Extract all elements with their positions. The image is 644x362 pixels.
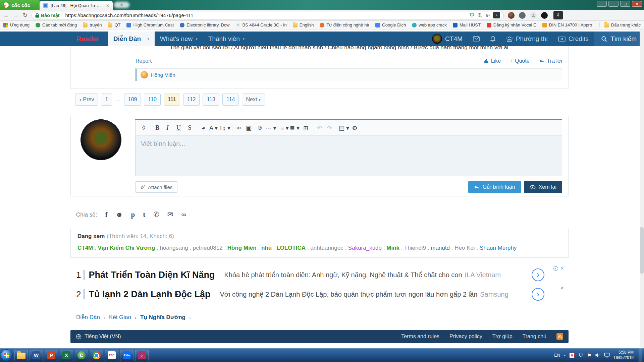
browser-tab[interactable]: [Lầu 49] - Hội Quán Tư Vấ ✕ [40, 1, 113, 10]
member-link[interactable]: CT4M [77, 245, 93, 251]
show-desktop-button[interactable] [639, 348, 642, 362]
bookmark-item[interactable]: BS 4844 Grade 3C - In [236, 22, 287, 27]
new-tab-button[interactable]: + [113, 0, 132, 10]
shop-button[interactable]: Phường thị [501, 32, 553, 46]
footer-link[interactable]: Trợ giúp [492, 334, 513, 340]
volume-muted-icon[interactable] [595, 353, 600, 358]
security-badge[interactable]: Bảo mật [35, 13, 59, 18]
bookmark-item[interactable]: QT [108, 22, 120, 27]
navbar-tab[interactable]: Diễn Đàn ▾ [108, 32, 155, 46]
address-bar[interactable]: Bảo mật https://bachngocsach.com/forum/t… [32, 11, 504, 19]
ad-headline[interactable]: Tủ lạnh 2 Dàn Lạnh Độc Lập [89, 289, 210, 300]
breadcrumb-link[interactable]: Tụ Nghĩa Đường [135, 314, 185, 321]
bookmark-item[interactable]: DIN EN 14700 | Appro [542, 22, 592, 27]
member-link[interactable]: manutd [428, 245, 450, 251]
member-link[interactable]: anhtuanngoc [307, 245, 343, 251]
list-icon[interactable]: ≣ ▾ [289, 124, 300, 132]
vietnamese-input-icon[interactable]: à+ [485, 13, 490, 18]
alerts-button[interactable] [485, 32, 501, 46]
rss-button[interactable] [556, 333, 563, 340]
facebook-icon[interactable]: f [105, 210, 107, 219]
other-bookmarks-button[interactable]: Dấu trang khác [599, 22, 641, 27]
bookmark-item[interactable]: Mail HUST [453, 22, 481, 27]
bookmark-item[interactable]: truyện [83, 22, 102, 27]
navbar-tab[interactable]: Thành viên ▾ [203, 32, 250, 46]
search-button[interactable]: Tìm kiếm [594, 32, 644, 46]
font-size-icon[interactable]: T↕ ▾ [219, 124, 230, 132]
media-app-icon[interactable]: ♪ [135, 350, 149, 361]
bookmark-item[interactable]: High Chromium Cast [126, 22, 174, 27]
tumblr-icon[interactable]: t [143, 210, 145, 219]
emoji-icon[interactable]: ☺ [254, 124, 265, 131]
member-link[interactable]: Vạn Kiếm Chi Vương [95, 245, 155, 251]
table-icon[interactable]: ⊞ [300, 124, 311, 132]
member-link[interactable]: Hồng Miên [224, 245, 256, 251]
link-icon[interactable]: ∞ [232, 124, 243, 131]
window-minimize-button[interactable]: ─ [608, 1, 619, 7]
page-number-button[interactable]: 110 [144, 94, 161, 106]
taskbar-clock[interactable]: 5:58 PM 16/05/2019 [613, 350, 634, 360]
bookmark-item[interactable]: web app crack [412, 22, 447, 27]
ad-row[interactable]: 2 Tủ lạnh 2 Dàn Lạnh Độc Lập Với công ng… [70, 285, 569, 304]
bookmark-item[interactable]: Đăng ký nhận Vocal E [487, 22, 536, 27]
bookmark-item[interactable]: Google Dịch [375, 22, 406, 27]
pinterest-icon[interactable]: p [131, 210, 135, 219]
page-number-button[interactable]: 114 [222, 94, 239, 106]
footer-link[interactable]: Privacy policy [449, 334, 482, 340]
ad-close-icon[interactable]: ✕ [560, 266, 564, 271]
reply-link[interactable]: Trả lời [539, 58, 562, 64]
account-menu[interactable]: CT4M [427, 32, 468, 46]
bookmark-item[interactable]: Ứng dụng [3, 22, 30, 27]
footer-link[interactable]: Trang chủ [523, 334, 546, 340]
member-link[interactable]: nhu [258, 245, 272, 251]
member-link[interactable]: Sakura_kudo [345, 245, 382, 251]
bookmark-item[interactable]: English [293, 22, 314, 27]
ad-headline[interactable]: Phát Triển Toàn Diện Kĩ Năng [89, 270, 215, 280]
copy-link-icon[interactable]: ∞ [181, 210, 186, 219]
underline-icon[interactable]: U [173, 124, 184, 131]
member-link[interactable]: hoangsang [157, 245, 188, 251]
image-icon[interactable]: ▣ [243, 124, 254, 132]
tab-close-icon[interactable]: ✕ [106, 3, 109, 8]
ad-close-icon[interactable]: ✕ [560, 286, 564, 290]
excel-icon[interactable]: X [60, 350, 73, 361]
email-icon[interactable]: ✉ [167, 210, 173, 219]
quoted-user-box[interactable]: Hồng Miên [136, 68, 562, 81]
language-chooser[interactable]: Tiếng Việt (VN) [76, 334, 121, 340]
ad-arrow-button[interactable]: › [532, 288, 544, 301]
text-color-icon[interactable]: ◕ [197, 124, 208, 131]
chevron-down-icon[interactable]: ▾ [144, 37, 149, 41]
next-page-button[interactable]: Next ▸ [242, 94, 265, 106]
forward-button[interactable]: → [13, 12, 19, 19]
scrollbar-thumb[interactable] [640, 227, 644, 274]
chevron-down-icon[interactable]: ▾ [243, 37, 245, 41]
ad-info-icon[interactable]: i [553, 266, 558, 271]
comment-input[interactable]: Viết bình luận... [136, 136, 562, 176]
align-icon[interactable]: ≡ ▾ [278, 124, 289, 132]
current-user-avatar[interactable] [81, 120, 121, 160]
quote-link[interactable]: + Quote [510, 58, 529, 64]
navbar-tab[interactable]: What's new ▾ [155, 32, 203, 46]
whatsapp-icon[interactable]: ✆ [153, 210, 159, 219]
footer-link[interactable]: Terms and rules [401, 334, 439, 340]
strikethrough-icon[interactable]: S [184, 124, 195, 131]
bold-icon[interactable]: B [151, 124, 162, 131]
inbox-button[interactable] [468, 32, 485, 46]
network-icon[interactable] [604, 353, 610, 358]
reader-link[interactable]: Reader [76, 35, 99, 43]
breadcrumb-link[interactable]: Kết Giao [104, 314, 131, 321]
page-scrollbar[interactable] [640, 29, 644, 348]
credits-button[interactable]: Credits [553, 32, 594, 46]
page-number-button[interactable]: 112 [183, 94, 200, 106]
member-link[interactable]: Shaun Murphy [476, 245, 517, 251]
bookmark-item[interactable]: Từ điển công nghệ hà [320, 22, 369, 27]
back-button[interactable]: ← [3, 12, 9, 19]
reddit-icon[interactable]: ☻ [115, 210, 123, 219]
page-number-button[interactable]: 109 [124, 94, 141, 106]
like-link[interactable]: Like [483, 58, 501, 64]
more-options-icon[interactable]: ⋯ ▾ [265, 124, 276, 132]
member-link[interactable]: Heo Kòi [451, 245, 475, 251]
downloads-button[interactable]: ⇩ [553, 11, 563, 19]
member-link[interactable]: LOLOTICA [273, 245, 306, 251]
bookmark-item[interactable]: Các tab mới đóng [36, 22, 77, 27]
